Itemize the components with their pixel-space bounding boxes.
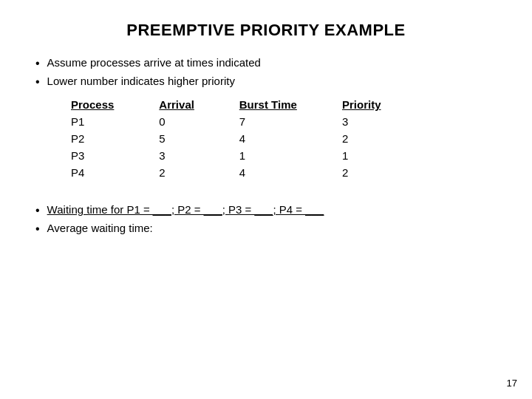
bullet-dot-avg: • xyxy=(35,222,40,236)
top-bullets: • Assume processes arrive at times indic… xyxy=(35,56,497,89)
cell-r1-c3: 2 xyxy=(342,130,381,147)
cell-r3-c1: 2 xyxy=(159,164,239,181)
cell-r1-c2: 4 xyxy=(239,130,342,147)
cell-r2-c2: 1 xyxy=(239,147,342,164)
cell-r1-c1: 5 xyxy=(159,130,239,147)
page-number: 17 xyxy=(507,378,517,389)
bottom-bullets-section: • Waiting time for P1 = ___; P2 = ___; P… xyxy=(35,203,497,236)
bullet-text-1: Assume processes arrive at times indicat… xyxy=(47,56,261,69)
cell-r1-c0: P2 xyxy=(71,130,159,147)
bullet-item-avg: • Average waiting time: xyxy=(35,222,497,236)
cell-r3-c3: 2 xyxy=(342,164,381,181)
cell-r2-c0: P3 xyxy=(71,147,159,164)
table-row: P2542 xyxy=(71,130,381,147)
cell-r0-c2: 7 xyxy=(239,113,342,130)
table-row: P1073 xyxy=(71,113,381,130)
bullet-item-2: • Lower number indicates higher priority xyxy=(35,75,497,89)
cell-r0-c3: 3 xyxy=(342,113,381,130)
cell-r2-c3: 1 xyxy=(342,147,381,164)
bullet-dot-waiting: • xyxy=(35,204,40,217)
table-row: P4242 xyxy=(71,164,381,181)
cell-r3-c2: 4 xyxy=(239,164,342,181)
slide-container: PREEMPTIVE PRIORITY EXAMPLE • Assume pro… xyxy=(0,0,532,399)
process-table: Process Arrival Burst Time Priority P107… xyxy=(71,96,381,181)
cell-r0-c1: 0 xyxy=(159,113,239,130)
col-header-burst: Burst Time xyxy=(239,96,342,113)
table-header-row: Process Arrival Burst Time Priority xyxy=(71,96,381,113)
slide-title: PREEMPTIVE PRIORITY EXAMPLE xyxy=(35,21,497,40)
bullet-dot-2: • xyxy=(35,75,40,89)
process-table-wrapper: Process Arrival Burst Time Priority P107… xyxy=(71,96,497,181)
col-header-process: Process xyxy=(71,96,159,113)
col-header-priority: Priority xyxy=(342,96,381,113)
cell-r2-c1: 3 xyxy=(159,147,239,164)
bullet-item-1: • Assume processes arrive at times indic… xyxy=(35,56,497,70)
bullet-dot-1: • xyxy=(35,57,40,70)
bullet-text-2: Lower number indicates higher priority xyxy=(47,75,235,87)
cell-r0-c0: P1 xyxy=(71,113,159,130)
bullet-item-waiting: • Waiting time for P1 = ___; P2 = ___; P… xyxy=(35,203,497,217)
col-header-arrival: Arrival xyxy=(159,96,239,113)
bullet-text-avg: Average waiting time: xyxy=(47,222,153,234)
table-row: P3311 xyxy=(71,147,381,164)
bullet-text-waiting: Waiting time for P1 = ___; P2 = ___; P3 … xyxy=(47,203,324,216)
cell-r3-c0: P4 xyxy=(71,164,159,181)
